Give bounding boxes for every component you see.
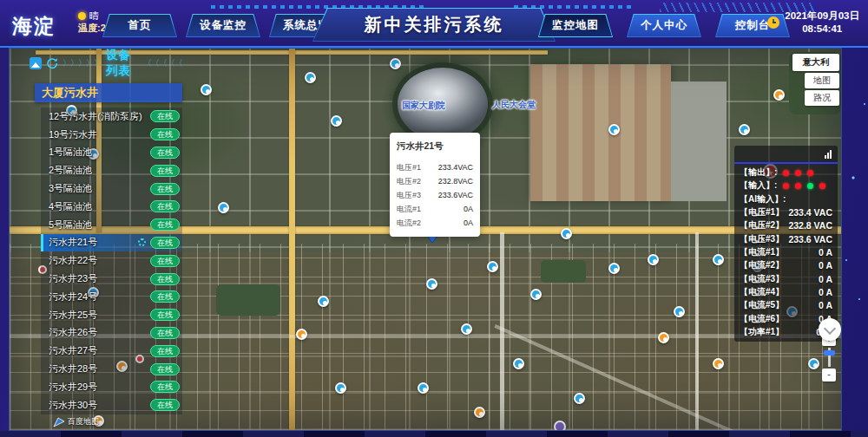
- weather-condition: 晴: [89, 10, 99, 22]
- blue-marker[interactable]: [426, 278, 437, 290]
- blue-marker[interactable]: [608, 124, 620, 135]
- orange-marker[interactable]: [658, 332, 669, 343]
- blue-marker[interactable]: [218, 202, 229, 213]
- blue-marker[interactable]: [513, 358, 524, 369]
- device-info-popup[interactable]: 污水井21号 电压#1233.4VAC电压#2232.8VAC电压#3233.6…: [390, 133, 480, 237]
- device-list-item[interactable]: 污水井25号在线: [41, 306, 182, 324]
- maptype-option[interactable]: 路况: [805, 90, 839, 106]
- blue-marker[interactable]: [418, 382, 429, 394]
- panel-data-row: 【电压#2】232.8 VAC: [740, 219, 832, 232]
- maptype-option[interactable]: 地图: [805, 73, 839, 88]
- map-viewport[interactable]: 国家大剧院人民大会堂 ★ 污水井21号 电压#1233.4VAC电压#2232.…: [9, 48, 842, 431]
- status-dot-red: [783, 170, 789, 176]
- popup-data-row: 电压#2232.8VAC: [397, 174, 473, 188]
- purple-marker[interactable]: [554, 421, 566, 431]
- panel-row-label: 【电流#5】: [740, 299, 784, 311]
- device-label: 污水井28号: [49, 362, 150, 375]
- device-list-item[interactable]: 3号隔油池在线: [41, 179, 182, 198]
- blue-marker[interactable]: [739, 124, 750, 135]
- device-list-item[interactable]: 污水井21号在线: [41, 234, 182, 252]
- blue-marker[interactable]: [318, 296, 329, 307]
- status-badge: 在线: [150, 327, 180, 339]
- plaza-area: [671, 82, 727, 201]
- device-sidebar: 〉〉〉〉〉 设备列表 〈〈〈〈〈 大厦污水井 12号污水井(消防泵房)在线19号…: [30, 55, 182, 414]
- nav-button[interactable]: 监控地图: [538, 14, 613, 37]
- popup-row-label: 电压#2: [397, 174, 421, 188]
- maptype-option[interactable]: 意大利: [792, 54, 839, 71]
- blue-marker[interactable]: [574, 393, 585, 404]
- panel-status-row: 【输入】:: [740, 179, 832, 192]
- zoom-out-button[interactable]: -: [822, 369, 836, 382]
- device-list-item[interactable]: 污水井26号在线: [41, 324, 182, 342]
- device-list-item[interactable]: 污水井22号在线: [41, 251, 182, 270]
- device-list-item[interactable]: 污水井27号在线: [41, 342, 182, 360]
- panel-row-label: 【输入】:: [740, 179, 777, 192]
- date-label: 2021年09月03日: [785, 10, 859, 23]
- device-list-item[interactable]: 污水井24号在线: [41, 288, 182, 306]
- popup-row-value: 233.6VAC: [438, 188, 473, 202]
- orange-marker[interactable]: [474, 407, 485, 418]
- status-badge: 在线: [150, 237, 180, 249]
- blue-marker[interactable]: [331, 115, 342, 127]
- nav-button[interactable]: 个人中心: [627, 14, 701, 37]
- nav-button-label: 设备监控: [187, 15, 260, 36]
- popup-row-value: 0A: [464, 216, 473, 230]
- device-list-item[interactable]: 4号隔油池在线: [41, 198, 182, 216]
- device-label: 污水井27号: [49, 344, 150, 357]
- panel-data-row: 【电压#3】233.6 VAC: [740, 233, 832, 245]
- top-header: 海淀 晴 温度:22℃ 首页设备监控系统总览 新中关排污系统 监控地图个人中心控…: [0, 0, 868, 48]
- gear-icon[interactable]: [138, 238, 146, 246]
- zoom-slider[interactable]: [828, 348, 831, 367]
- device-list-item[interactable]: 2号隔油池在线: [41, 161, 182, 179]
- main-road: [289, 49, 295, 430]
- device-list-item[interactable]: 污水井28号在线: [41, 360, 182, 378]
- device-list-item[interactable]: 污水井23号在线: [41, 270, 182, 288]
- collapse-panel-button[interactable]: [819, 318, 841, 341]
- blue-marker[interactable]: [561, 228, 572, 239]
- orange-marker[interactable]: [713, 358, 724, 369]
- orange-marker[interactable]: [773, 89, 785, 101]
- device-list-item[interactable]: 12号污水井(消防泵房)在线: [41, 108, 182, 126]
- blue-marker[interactable]: [335, 382, 346, 394]
- nav-button[interactable]: 首页: [102, 14, 177, 37]
- blue-marker[interactable]: [713, 254, 724, 265]
- device-label: 19号污水井: [49, 128, 150, 141]
- panel-row-value: 0 A: [819, 247, 832, 258]
- district-label: 海淀: [12, 13, 56, 40]
- blue-marker[interactable]: [648, 254, 659, 265]
- popup-row-value: 232.8VAC: [438, 174, 473, 188]
- blue-marker[interactable]: [305, 72, 316, 83]
- device-group-header[interactable]: 大厦污水井: [35, 83, 182, 102]
- refresh-icon[interactable]: [46, 57, 58, 69]
- panel-row-label: 【功率#1】: [740, 326, 784, 338]
- device-list-item[interactable]: 5号隔油池在线: [41, 216, 182, 234]
- orange-marker[interactable]: [296, 329, 307, 340]
- blue-marker[interactable]: [461, 323, 472, 335]
- panorama-icon[interactable]: [30, 57, 42, 69]
- status-badge: 在线: [150, 381, 180, 393]
- blue-marker[interactable]: [608, 263, 620, 274]
- device-list-item[interactable]: 19号污水井在线: [41, 126, 182, 144]
- device-label: 污水井24号: [49, 290, 150, 303]
- device-list-item[interactable]: 1号隔油池在线: [41, 144, 182, 162]
- blue-marker[interactable]: [808, 358, 819, 369]
- blue-marker[interactable]: [530, 289, 542, 300]
- status-badge: 在线: [150, 110, 180, 122]
- popup-row-label: 电流#1: [397, 202, 421, 216]
- page-title: 新中关排污系统: [365, 13, 504, 36]
- nav-button-label: 监控地图: [539, 15, 612, 36]
- status-dot-red: [783, 183, 789, 189]
- panel-row-value: 0 A: [819, 274, 832, 284]
- map-place-label: 人民大会堂: [492, 99, 536, 111]
- blue-marker[interactable]: [201, 84, 212, 95]
- device-list-item[interactable]: 污水井30号在线: [41, 396, 182, 414]
- blue-marker[interactable]: [674, 306, 685, 317]
- bar-chart-icon[interactable]: [825, 150, 832, 159]
- device-list-item[interactable]: 污水井29号在线: [41, 378, 182, 396]
- zoom-slider-handle[interactable]: [824, 350, 835, 355]
- popup-data-row: 电流#20A: [397, 216, 473, 230]
- blue-marker[interactable]: [487, 261, 498, 272]
- nav-button[interactable]: 设备监控: [186, 14, 260, 37]
- blue-marker[interactable]: [390, 58, 401, 69]
- panel-row-label: 【电压#2】: [740, 219, 784, 232]
